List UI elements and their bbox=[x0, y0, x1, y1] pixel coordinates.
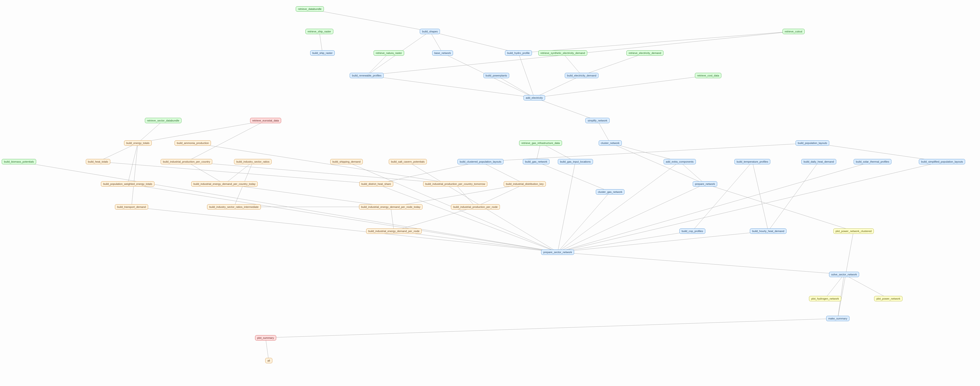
node-retrieve_ship_raster[interactable]: retrieve_ship_raster bbox=[305, 29, 333, 34]
svg-line-16 bbox=[597, 121, 610, 143]
node-plot_hydrogen_network[interactable]: plot_hydrogen_network bbox=[809, 296, 841, 301]
node-build_industrial_energy_demand_per_country_today[interactable]: build_industrial_energy_demand_per_count… bbox=[191, 181, 258, 187]
node-prepare_network[interactable]: prepare_network bbox=[693, 181, 717, 187]
node-build_hydro_profile[interactable]: build_hydro_profile bbox=[505, 50, 532, 56]
node-build_energy_totals[interactable]: build_energy_totals bbox=[124, 140, 151, 146]
node-build_gas_network[interactable]: build_gas_network bbox=[523, 159, 549, 164]
svg-line-6 bbox=[367, 53, 389, 75]
svg-line-43 bbox=[480, 162, 525, 184]
node-retrieve_gas_infrastructure_data[interactable]: retrieve_gas_infrastructure_data bbox=[519, 140, 562, 146]
svg-line-62 bbox=[391, 207, 394, 231]
node-prepare_sector_network[interactable]: prepare_sector_network bbox=[541, 249, 574, 255]
svg-line-3 bbox=[430, 32, 442, 53]
node-build_electricity_demand[interactable]: build_electricity_demand bbox=[565, 73, 598, 78]
node-plot_power_network[interactable]: plot_power_network bbox=[874, 296, 902, 301]
node-build_powerplants[interactable]: build_powerplants bbox=[483, 73, 509, 78]
node-solve_sector_network[interactable]: solve_sector_network bbox=[829, 272, 859, 277]
svg-line-13 bbox=[534, 76, 582, 98]
node-retrieve_databundle[interactable]: retrieve_databundle bbox=[296, 6, 324, 12]
svg-line-10 bbox=[582, 53, 645, 75]
svg-line-67 bbox=[558, 252, 844, 275]
svg-line-46 bbox=[558, 162, 680, 252]
svg-line-69 bbox=[844, 275, 888, 299]
svg-line-1 bbox=[310, 9, 430, 31]
node-retrieve_synthetic_electricity_demand[interactable]: retrieve_synthetic_electricity_demand bbox=[538, 50, 587, 56]
node-add_extra_components[interactable]: add_extra_components bbox=[663, 159, 696, 164]
node-build_transport_demand[interactable]: build_transport_demand bbox=[115, 204, 148, 210]
node-build_simplified_population_layouts[interactable]: build_simplified_population_layouts bbox=[919, 159, 965, 164]
node-build_hourly_heat_demand[interactable]: build_hourly_heat_demand bbox=[750, 229, 786, 234]
svg-line-44 bbox=[536, 162, 610, 192]
svg-line-8 bbox=[519, 53, 534, 97]
node-build_daily_heat_demand[interactable]: build_daily_heat_demand bbox=[802, 159, 836, 164]
node-retrieve_electricity_demand[interactable]: retrieve_electricity_demand bbox=[627, 50, 663, 56]
node-retrieve_natura_raster[interactable]: retrieve_natura_raster bbox=[374, 50, 404, 56]
node-build_gas_input_locations[interactable]: build_gas_input_locations bbox=[558, 159, 593, 164]
node-plot_summary[interactable]: plot_summary bbox=[255, 335, 276, 340]
svg-line-20 bbox=[558, 184, 705, 252]
svg-line-54 bbox=[376, 184, 558, 252]
node-build_industrial_energy_demand_per_node[interactable]: build_industrial_energy_demand_per_node bbox=[366, 229, 422, 234]
svg-line-64 bbox=[394, 231, 558, 252]
svg-line-9 bbox=[563, 53, 582, 75]
svg-line-58 bbox=[558, 192, 610, 252]
node-build_industry_sector_ratios_intermediate[interactable]: build_industry_sector_ratios_intermediat… bbox=[207, 204, 261, 210]
node-build_population_weighted_energy_totals[interactable]: build_population_weighted_energy_totals bbox=[101, 181, 154, 187]
svg-line-52 bbox=[127, 184, 557, 252]
svg-line-57 bbox=[391, 184, 525, 207]
node-build_biomass_potentials[interactable]: build_biomass_potentials bbox=[2, 159, 36, 164]
node-build_industrial_energy_demand_per_node_today[interactable]: build_industrial_energy_demand_per_node_… bbox=[359, 204, 423, 210]
node-build_temperature_profiles[interactable]: build_temperature_profiles bbox=[735, 159, 770, 164]
node-build_industrial_production_per_node[interactable]: build_industrial_production_per_node bbox=[451, 204, 500, 210]
node-build_district_heat_share[interactable]: build_district_heat_share bbox=[359, 181, 393, 187]
node-build_shapes[interactable]: build_shapes bbox=[420, 29, 440, 34]
svg-line-50 bbox=[558, 162, 872, 252]
svg-line-63 bbox=[394, 207, 476, 231]
node-build_solar_thermal_profiles[interactable]: build_solar_thermal_profiles bbox=[854, 159, 891, 164]
node-all[interactable]: all bbox=[265, 358, 272, 363]
node-build_shipping_demand[interactable]: build_shipping_demand bbox=[330, 159, 363, 164]
svg-line-65 bbox=[558, 231, 692, 252]
node-build_renewable_profiles[interactable]: build_renewable_profiles bbox=[350, 73, 384, 78]
node-build_industrial_production_per_country_tomorrow[interactable]: build_industrial_production_per_country_… bbox=[423, 181, 487, 187]
edges-layer bbox=[0, 0, 980, 386]
node-retrieve_sector_databundle[interactable]: retrieve_sector_databundle bbox=[145, 118, 181, 123]
svg-line-37 bbox=[186, 162, 224, 184]
node-base_network[interactable]: base_network bbox=[432, 50, 453, 56]
svg-line-23 bbox=[138, 121, 163, 143]
svg-line-35 bbox=[98, 162, 376, 184]
svg-line-60 bbox=[132, 207, 558, 252]
svg-line-71 bbox=[266, 318, 838, 338]
node-build_industrial_distribution_key[interactable]: build_industrial_distribution_key bbox=[504, 181, 546, 187]
node-retrieve_cutout[interactable]: retrieve_cutout bbox=[783, 29, 805, 34]
svg-line-42 bbox=[376, 162, 480, 184]
svg-line-27 bbox=[127, 143, 138, 184]
svg-line-45 bbox=[558, 162, 575, 252]
svg-line-12 bbox=[496, 76, 535, 98]
svg-line-11 bbox=[367, 76, 534, 98]
node-build_salt_cavern_potentials[interactable]: build_salt_cavern_potentials bbox=[389, 159, 427, 164]
svg-line-36 bbox=[186, 162, 455, 184]
node-build_cop_profiles[interactable]: build_cop_profiles bbox=[679, 229, 705, 234]
node-plot_power_network_clustered[interactable]: plot_power_network_clustered bbox=[833, 229, 874, 234]
node-build_industry_sector_ratios[interactable]: build_industry_sector_ratios bbox=[234, 159, 272, 164]
node-build_heat_totals[interactable]: build_heat_totals bbox=[86, 159, 110, 164]
node-cluster_network[interactable]: cluster_network bbox=[598, 140, 622, 146]
node-build_population_layouts[interactable]: build_population_layouts bbox=[796, 140, 829, 146]
node-cluster_gas_network[interactable]: cluster_gas_network bbox=[596, 189, 625, 195]
svg-line-47 bbox=[692, 162, 752, 231]
node-retrieve_eurostat_data[interactable]: retrieve_eurostat_data bbox=[250, 118, 281, 123]
node-build_ship_raster[interactable]: build_ship_raster bbox=[310, 50, 335, 56]
node-add_electricity[interactable]: add_electricity bbox=[523, 95, 545, 100]
node-make_summary[interactable]: make_summary bbox=[826, 316, 849, 321]
svg-line-15 bbox=[534, 98, 597, 121]
node-build_clustered_population_layouts[interactable]: build_clustered_population_layouts bbox=[457, 159, 503, 164]
node-retrieve_cost_data[interactable]: retrieve_cost_data bbox=[695, 73, 721, 78]
svg-line-14 bbox=[534, 76, 708, 98]
node-simplify_network[interactable]: simplify_network bbox=[585, 118, 609, 123]
node-build_ammonia_production[interactable]: build_ammonia_production bbox=[175, 140, 211, 146]
svg-line-59 bbox=[705, 184, 854, 231]
node-build_industrial_production_per_country[interactable]: build_industrial_production_per_country bbox=[161, 159, 212, 164]
svg-line-72 bbox=[266, 338, 269, 361]
svg-line-55 bbox=[455, 184, 476, 207]
